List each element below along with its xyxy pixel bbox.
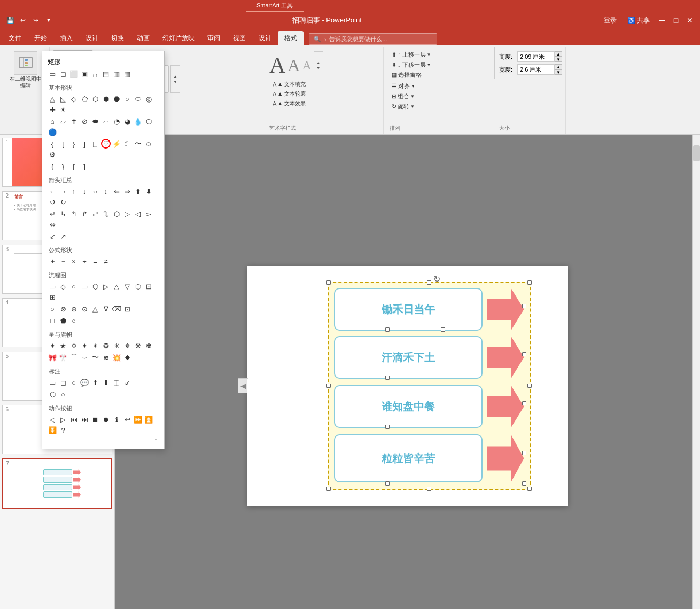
vertical-scrollbar[interactable] (692, 135, 700, 609)
flow-9[interactable]: ⬡ (133, 282, 143, 291)
star-12pt[interactable]: ✳ (112, 341, 121, 350)
shape-brace[interactable]: { (48, 139, 57, 149)
action-3[interactable]: ⏮ (69, 415, 79, 424)
shape-pentagon[interactable]: ⬠ (80, 94, 89, 104)
move-up-btn[interactable]: ⬆↑ 上移一层▼ (390, 50, 433, 59)
flow-4[interactable]: ▭ (80, 282, 89, 291)
arrow-strip-2[interactable]: ◁ (133, 209, 143, 218)
move-down-btn[interactable]: ⬇↓ 下移一层▼ (390, 60, 433, 69)
shape-rect-6[interactable]: ▤ (101, 69, 111, 79)
star-4pt[interactable]: ✦ (48, 341, 57, 350)
flow-17[interactable]: ∇ (101, 304, 111, 314)
shape-heart[interactable]: ♡ (101, 139, 111, 149)
height-input[interactable] (517, 51, 555, 62)
eq-div[interactable]: ÷ (80, 256, 89, 266)
arrow-notch[interactable]: ▻ (144, 209, 153, 218)
shape-pill[interactable]: ⬬ (90, 116, 100, 126)
width-input[interactable] (517, 64, 555, 75)
shape-chord[interactable]: ◔ (112, 116, 121, 126)
flow-19[interactable]: ⊡ (122, 304, 132, 314)
close-btn[interactable]: ✕ (684, 14, 696, 26)
action-12[interactable]: ? (58, 425, 68, 435)
group-btn[interactable]: ⊞组合▼ (390, 92, 417, 101)
shape-lightning[interactable]: ⚡ (112, 139, 121, 149)
search-placeholder[interactable]: ♀ 告诉我您想要做什么... (323, 35, 387, 43)
flow-15[interactable]: ⊙ (80, 304, 89, 314)
text-fill-btn[interactable]: A ▲ 文本填充 (270, 80, 308, 89)
edit-2d-button[interactable]: 在二维视图中编辑 (5, 49, 46, 91)
shape-target[interactable]: ◎ (144, 94, 153, 104)
shape-moon[interactable]: ☾ (122, 139, 132, 149)
action-6[interactable]: ⏺ (101, 415, 111, 424)
action-9[interactable]: ⏩ (133, 415, 143, 424)
callout-rect[interactable]: ▭ (48, 378, 57, 387)
arrow-11[interactable]: ↺ (48, 197, 57, 207)
arrow-4[interactable]: ↓ (80, 186, 89, 196)
shape-plaque[interactable]: ⌸ (90, 139, 100, 149)
eq-equal[interactable]: = (90, 256, 100, 266)
arrow-extra-1[interactable]: ↙ (48, 231, 57, 241)
smartart-box-3[interactable]: 谁知盘中餐 (334, 385, 483, 428)
star-5pt[interactable]: ★ (58, 341, 68, 350)
shape-rbracket[interactable]: ] (80, 139, 89, 149)
flow-1[interactable]: ▭ (48, 282, 57, 291)
flow-8[interactable]: ▽ (122, 282, 132, 291)
explo-1[interactable]: 💥 (112, 353, 121, 362)
flow-13[interactable]: ⊗ (58, 304, 68, 314)
shape-cube[interactable]: ⬡ (144, 116, 153, 126)
rotate-handle[interactable]: ↻ (432, 274, 442, 284)
smartart-box-2[interactable]: 汗滴禾下土 (334, 336, 483, 379)
tab-file[interactable]: 文件 (2, 31, 28, 45)
action-5[interactable]: ⏹ (90, 415, 100, 424)
explo-2[interactable]: ✸ (122, 353, 132, 362)
callout-line[interactable]: ⌶ (112, 378, 121, 387)
flow-7[interactable]: △ (112, 282, 121, 291)
action-11[interactable]: ⏬ (48, 425, 57, 435)
star-24pt[interactable]: ❋ (133, 341, 143, 350)
height-down-btn[interactable]: ▼ (555, 57, 562, 62)
tab-animation[interactable]: 动画 (130, 31, 156, 45)
style-more-btn[interactable]: ▲▼ (170, 65, 180, 93)
shape-ring[interactable]: ⊘ (80, 116, 89, 126)
action-10[interactable]: ⏫ (144, 415, 153, 424)
shape-sun[interactable]: ☀ (58, 105, 68, 114)
shape-curly-l[interactable]: { (48, 161, 57, 171)
shape-lbrace[interactable]: } (69, 139, 79, 149)
redo-icon[interactable]: ↪ (30, 14, 42, 26)
shape-rect-3[interactable]: ⬜ (69, 69, 79, 79)
eq-times[interactable]: × (69, 256, 79, 266)
shape-plus[interactable]: ✚ (48, 105, 57, 114)
arrow-2[interactable]: → (58, 186, 68, 196)
rotate-btn[interactable]: ↻旋转▼ (390, 102, 417, 111)
arrow-bent-3[interactable]: ↰ (69, 209, 79, 218)
action-8[interactable]: ↩ (122, 415, 132, 424)
star-32pt[interactable]: ✾ (144, 341, 153, 350)
flow-11[interactable]: ⊞ (48, 292, 57, 302)
minimize-btn[interactable]: ─ (656, 14, 668, 26)
tab-smartart-design[interactable]: 设计 (252, 31, 278, 45)
arrow-6[interactable]: ↕ (101, 186, 111, 196)
shape-gear[interactable]: ⚙ (48, 150, 57, 159)
shape-rect-1[interactable]: ▭ (48, 69, 57, 79)
shape-bracket[interactable]: [ (58, 139, 68, 149)
flow-22[interactable]: ○ (69, 316, 79, 325)
shape-octagon[interactable]: ⯃ (112, 94, 121, 104)
flow-21[interactable]: ⬟ (58, 316, 68, 325)
save-icon[interactable]: 💾 (4, 14, 16, 26)
star-8pt[interactable]: ✴ (90, 341, 100, 350)
qat-dropdown-icon[interactable]: ▼ (43, 14, 55, 26)
shape-sq-brack-l[interactable]: [ (69, 161, 79, 171)
select-pane-btn[interactable]: ▦选择窗格 (390, 71, 433, 80)
shape-rect-8[interactable]: ▦ (122, 69, 132, 79)
callout-down[interactable]: ⬇ (101, 378, 111, 387)
arrow-10[interactable]: ⬇ (144, 186, 153, 196)
smartart-nav-left[interactable]: ◀ (238, 378, 248, 393)
callout-extra-1[interactable]: ⬡ (48, 389, 57, 399)
flow-2[interactable]: ◇ (58, 282, 68, 291)
action-4[interactable]: ⏭ (80, 415, 89, 424)
star-6pt[interactable]: ✡ (69, 341, 79, 350)
width-up-btn[interactable]: ▲ (555, 64, 562, 69)
shape-cyl[interactable]: 🔵 (48, 127, 57, 137)
shape-sq-brack-r[interactable]: ] (80, 161, 89, 171)
star-16pt[interactable]: ✵ (122, 341, 132, 350)
